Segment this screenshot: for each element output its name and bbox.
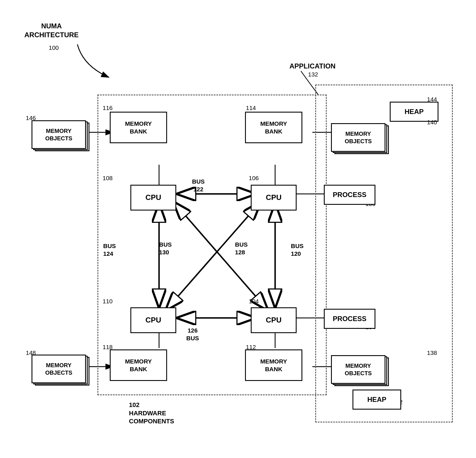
ref-108: 108 [103,175,113,182]
cpu-110: CPU [130,307,176,333]
diagram-container: NUMAARCHITECTURE 100 APPLICATION 132 102… [0,0,476,458]
process-136: PROCESS [324,185,375,205]
cpu-108: CPU [130,185,176,211]
ref-106: 106 [249,175,259,182]
application-ref: 132 [308,71,318,78]
numa-arch-ref: 100 [49,44,59,51]
memory-objects-140: MEMORYOBJECTS [331,123,385,152]
ref-110: 110 [103,298,113,305]
ref-114: 114 [246,105,256,111]
memory-objects-148: MEMORYOBJECTS [32,355,86,383]
bus-128-label: BUS128 [235,241,248,256]
hardware-components-label: 102HARDWARECOMPONENTS [129,401,174,426]
bus-124-label: BUS124 [103,242,116,258]
bus-126-label: 126BUS [186,327,199,342]
memory-bank-116: MEMORYBANK [110,112,167,143]
cpu-104: CPU [251,307,297,333]
ref-104: 104 [249,298,259,305]
bus-130-label: BUS130 [159,241,172,256]
numa-arch-label: NUMAARCHITECTURE [24,21,79,39]
heap-142: HEAP [352,390,401,410]
process-134: PROCESS [324,309,375,329]
memory-bank-112: MEMORYBANK [245,349,302,381]
memory-objects-146: MEMORYOBJECTS [32,120,86,149]
memory-bank-114: MEMORYBANK [245,112,302,143]
memory-objects-138: MEMORYOBJECTS [331,355,385,384]
ref-138: 138 [427,349,437,356]
bus-120-label: BUS120 [291,242,303,258]
cpu-106: CPU [251,185,297,211]
memory-bank-118: MEMORYBANK [110,349,167,381]
ref-140: 140 [427,119,437,126]
ref-116: 116 [103,105,113,111]
bus-122-label: BUS122 [192,178,205,193]
application-label: APPLICATION [289,62,336,70]
